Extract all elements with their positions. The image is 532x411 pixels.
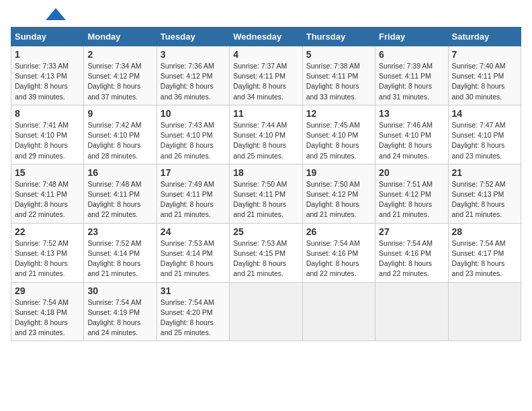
day-info: Sunrise: 7:33 AMSunset: 4:13 PMDaylight:… xyxy=(15,62,69,101)
calendar-cell: 21 Sunrise: 7:52 AMSunset: 4:13 PMDaylig… xyxy=(448,164,521,223)
calendar-header-row: SundayMondayTuesdayWednesdayThursdayFrid… xyxy=(11,28,521,46)
calendar-cell: 12 Sunrise: 7:45 AMSunset: 4:10 PMDaylig… xyxy=(302,105,375,164)
day-number: 1 xyxy=(15,49,80,60)
day-number: 13 xyxy=(379,108,444,119)
day-info: Sunrise: 7:52 AMSunset: 4:13 PMDaylight:… xyxy=(452,180,506,219)
calendar-cell: 9 Sunrise: 7:42 AMSunset: 4:10 PMDayligh… xyxy=(84,105,157,164)
day-info: Sunrise: 7:50 AMSunset: 4:12 PMDaylight:… xyxy=(306,180,360,219)
calendar-cell: 29 Sunrise: 7:54 AMSunset: 4:18 PMDaylig… xyxy=(11,282,84,341)
day-header-saturday: Saturday xyxy=(448,28,521,46)
day-number: 27 xyxy=(379,226,444,237)
day-number: 11 xyxy=(233,108,298,119)
calendar-cell xyxy=(230,282,302,341)
calendar-cell xyxy=(448,282,521,341)
day-header-sunday: Sunday xyxy=(11,28,84,46)
day-header-wednesday: Wednesday xyxy=(230,28,302,46)
day-number: 28 xyxy=(452,226,517,237)
day-info: Sunrise: 7:54 AMSunset: 4:20 PMDaylight:… xyxy=(161,298,214,337)
day-info: Sunrise: 7:52 AMSunset: 4:13 PMDaylight:… xyxy=(15,239,69,278)
day-number: 3 xyxy=(161,49,226,60)
day-number: 12 xyxy=(306,108,371,119)
calendar-week-row: 1 Sunrise: 7:33 AMSunset: 4:13 PMDayligh… xyxy=(11,46,521,105)
calendar: SundayMondayTuesdayWednesdayThursdayFrid… xyxy=(11,27,521,341)
calendar-cell: 23 Sunrise: 7:52 AMSunset: 4:14 PMDaylig… xyxy=(84,223,157,282)
calendar-cell xyxy=(302,282,375,341)
calendar-cell: 1 Sunrise: 7:33 AMSunset: 4:13 PMDayligh… xyxy=(11,46,84,105)
day-info: Sunrise: 7:49 AMSunset: 4:11 PMDaylight:… xyxy=(161,180,214,219)
day-info: Sunrise: 7:48 AMSunset: 4:11 PMDaylight:… xyxy=(87,180,141,219)
day-info: Sunrise: 7:52 AMSunset: 4:14 PMDaylight:… xyxy=(87,239,141,278)
day-info: Sunrise: 7:46 AMSunset: 4:10 PMDaylight:… xyxy=(379,121,433,160)
calendar-week-row: 15 Sunrise: 7:48 AMSunset: 4:11 PMDaylig… xyxy=(11,164,521,223)
calendar-cell: 16 Sunrise: 7:48 AMSunset: 4:11 PMDaylig… xyxy=(84,164,157,223)
day-number: 21 xyxy=(452,167,517,178)
calendar-cell: 26 Sunrise: 7:54 AMSunset: 4:16 PMDaylig… xyxy=(302,223,375,282)
day-header-tuesday: Tuesday xyxy=(157,28,229,46)
calendar-cell: 5 Sunrise: 7:38 AMSunset: 4:11 PMDayligh… xyxy=(302,46,375,105)
calendar-cell: 27 Sunrise: 7:54 AMSunset: 4:16 PMDaylig… xyxy=(375,223,448,282)
calendar-week-row: 8 Sunrise: 7:41 AMSunset: 4:10 PMDayligh… xyxy=(11,105,521,164)
calendar-cell: 13 Sunrise: 7:46 AMSunset: 4:10 PMDaylig… xyxy=(375,105,448,164)
day-info: Sunrise: 7:51 AMSunset: 4:12 PMDaylight:… xyxy=(379,180,433,219)
day-info: Sunrise: 7:50 AMSunset: 4:11 PMDaylight:… xyxy=(233,180,287,219)
day-info: Sunrise: 7:39 AMSunset: 4:11 PMDaylight:… xyxy=(379,62,433,101)
day-info: Sunrise: 7:54 AMSunset: 4:19 PMDaylight:… xyxy=(87,298,141,337)
logo xyxy=(11,11,66,20)
day-number: 19 xyxy=(306,167,371,178)
calendar-cell: 28 Sunrise: 7:54 AMSunset: 4:17 PMDaylig… xyxy=(448,223,521,282)
calendar-cell xyxy=(375,282,448,341)
day-number: 20 xyxy=(379,167,444,178)
day-number: 22 xyxy=(15,226,80,237)
day-number: 2 xyxy=(87,49,152,60)
day-number: 4 xyxy=(233,49,298,60)
day-header-thursday: Thursday xyxy=(302,28,375,46)
day-info: Sunrise: 7:54 AMSunset: 4:16 PMDaylight:… xyxy=(379,239,433,278)
svg-marker-0 xyxy=(46,8,66,20)
day-number: 29 xyxy=(15,285,80,296)
calendar-cell: 11 Sunrise: 7:44 AMSunset: 4:10 PMDaylig… xyxy=(230,105,302,164)
day-info: Sunrise: 7:42 AMSunset: 4:10 PMDaylight:… xyxy=(87,121,141,160)
day-info: Sunrise: 7:54 AMSunset: 4:16 PMDaylight:… xyxy=(306,239,360,278)
calendar-cell: 2 Sunrise: 7:34 AMSunset: 4:12 PMDayligh… xyxy=(84,46,157,105)
calendar-cell: 18 Sunrise: 7:50 AMSunset: 4:11 PMDaylig… xyxy=(230,164,302,223)
day-number: 26 xyxy=(306,226,371,237)
calendar-cell: 6 Sunrise: 7:39 AMSunset: 4:11 PMDayligh… xyxy=(375,46,448,105)
calendar-cell: 15 Sunrise: 7:48 AMSunset: 4:11 PMDaylig… xyxy=(11,164,84,223)
day-info: Sunrise: 7:53 AMSunset: 4:14 PMDaylight:… xyxy=(161,239,214,278)
calendar-cell: 30 Sunrise: 7:54 AMSunset: 4:19 PMDaylig… xyxy=(84,282,157,341)
day-number: 17 xyxy=(161,167,226,178)
header xyxy=(11,11,521,20)
day-number: 14 xyxy=(452,108,517,119)
calendar-cell: 8 Sunrise: 7:41 AMSunset: 4:10 PMDayligh… xyxy=(11,105,84,164)
day-number: 8 xyxy=(15,108,80,119)
calendar-cell: 17 Sunrise: 7:49 AMSunset: 4:11 PMDaylig… xyxy=(157,164,229,223)
calendar-cell: 19 Sunrise: 7:50 AMSunset: 4:12 PMDaylig… xyxy=(302,164,375,223)
calendar-week-row: 22 Sunrise: 7:52 AMSunset: 4:13 PMDaylig… xyxy=(11,223,521,282)
day-info: Sunrise: 7:40 AMSunset: 4:11 PMDaylight:… xyxy=(452,62,506,101)
calendar-cell: 3 Sunrise: 7:36 AMSunset: 4:12 PMDayligh… xyxy=(157,46,229,105)
day-info: Sunrise: 7:44 AMSunset: 4:10 PMDaylight:… xyxy=(233,121,287,160)
day-number: 31 xyxy=(161,285,226,296)
calendar-cell: 31 Sunrise: 7:54 AMSunset: 4:20 PMDaylig… xyxy=(157,282,229,341)
day-info: Sunrise: 7:36 AMSunset: 4:12 PMDaylight:… xyxy=(161,62,214,101)
calendar-cell: 20 Sunrise: 7:51 AMSunset: 4:12 PMDaylig… xyxy=(375,164,448,223)
day-info: Sunrise: 7:48 AMSunset: 4:11 PMDaylight:… xyxy=(15,180,69,219)
day-info: Sunrise: 7:54 AMSunset: 4:18 PMDaylight:… xyxy=(15,298,69,337)
day-info: Sunrise: 7:54 AMSunset: 4:17 PMDaylight:… xyxy=(452,239,506,278)
day-info: Sunrise: 7:53 AMSunset: 4:15 PMDaylight:… xyxy=(233,239,287,278)
calendar-cell: 24 Sunrise: 7:53 AMSunset: 4:14 PMDaylig… xyxy=(157,223,229,282)
day-number: 10 xyxy=(161,108,226,119)
day-number: 5 xyxy=(306,49,371,60)
day-info: Sunrise: 7:47 AMSunset: 4:10 PMDaylight:… xyxy=(452,121,506,160)
day-number: 25 xyxy=(233,226,298,237)
day-info: Sunrise: 7:43 AMSunset: 4:10 PMDaylight:… xyxy=(161,121,214,160)
day-info: Sunrise: 7:41 AMSunset: 4:10 PMDaylight:… xyxy=(15,121,69,160)
day-number: 30 xyxy=(87,285,152,296)
calendar-cell: 25 Sunrise: 7:53 AMSunset: 4:15 PMDaylig… xyxy=(230,223,302,282)
day-info: Sunrise: 7:34 AMSunset: 4:12 PMDaylight:… xyxy=(87,62,141,101)
day-number: 18 xyxy=(233,167,298,178)
calendar-cell: 4 Sunrise: 7:37 AMSunset: 4:11 PMDayligh… xyxy=(230,46,302,105)
day-number: 7 xyxy=(452,49,517,60)
day-number: 16 xyxy=(87,167,152,178)
day-number: 15 xyxy=(15,167,80,178)
